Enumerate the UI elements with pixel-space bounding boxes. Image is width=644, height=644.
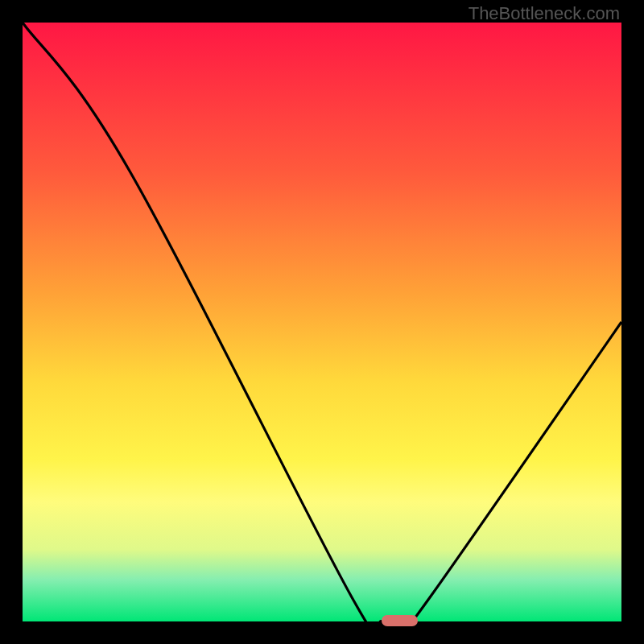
bottleneck-curve (23, 23, 621, 621)
chart-frame: TheBottleneck.com (0, 0, 644, 644)
optimal-point-marker (382, 615, 418, 626)
plot-area (23, 23, 621, 621)
watermark-text: TheBottleneck.com (469, 3, 620, 24)
